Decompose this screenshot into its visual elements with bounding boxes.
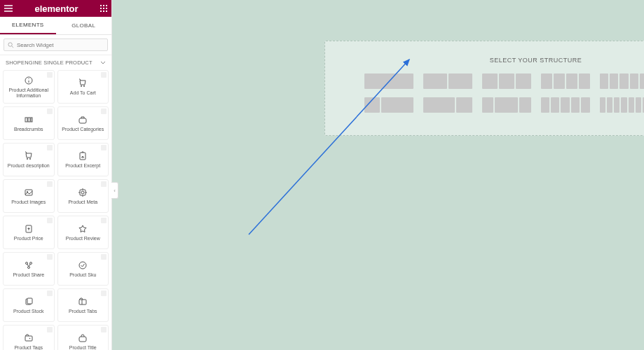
structure-option[interactable]: [364, 74, 413, 89]
svg-rect-15: [28, 118, 30, 122]
svg-line-10: [12, 46, 13, 47]
widget-item[interactable]: Product Tags: [3, 325, 55, 350]
chevron-down-icon: [100, 59, 106, 66]
svg-point-13: [83, 85, 85, 87]
structure-option[interactable]: [600, 74, 645, 89]
structure-option[interactable]: [600, 97, 645, 113]
widget-label: Product Tabs: [67, 309, 99, 314]
widget-label: Product Stock: [12, 309, 46, 314]
svg-rect-30: [27, 298, 32, 304]
svg-rect-4: [103, 8, 104, 9]
widget-item[interactable]: Product Meta: [57, 179, 109, 213]
widget-item[interactable]: Product Images: [3, 179, 55, 213]
svg-rect-1: [103, 5, 104, 6]
widget-list: Product Additional InformationAdd To Car…: [0, 70, 111, 350]
widget-item[interactable]: Add To Cart: [57, 70, 109, 104]
apps-icon[interactable]: [100, 5, 107, 12]
structure-option[interactable]: [541, 74, 590, 89]
svg-rect-31: [79, 300, 86, 304]
widget-label: Product Sku: [68, 272, 97, 278]
svg-rect-3: [100, 8, 102, 9]
search-box[interactable]: [4, 38, 108, 51]
widget-icon: [78, 297, 88, 307]
widget-icon: [78, 260, 88, 270]
widget-item[interactable]: Product Title: [57, 325, 109, 350]
widget-item[interactable]: Breadcrumbs: [3, 106, 55, 140]
widget-item[interactable]: Product Review: [57, 216, 109, 249]
search-input[interactable]: [17, 42, 104, 48]
widget-label: Product description: [6, 163, 51, 169]
structure-options: [325, 74, 644, 113]
widget-icon: [24, 260, 34, 270]
widget-icon: [78, 115, 88, 125]
svg-point-12: [81, 85, 82, 87]
structure-option[interactable]: [482, 97, 531, 113]
widget-label: Product Share: [11, 272, 46, 278]
widget-label: Product Excerpt: [64, 163, 102, 169]
svg-rect-5: [106, 8, 107, 9]
svg-point-27: [27, 266, 29, 268]
svg-point-9: [8, 42, 12, 46]
sidebar-tabs: ELEMENTS GLOBAL: [0, 17, 111, 35]
svg-point-23: [81, 191, 84, 194]
svg-point-17: [27, 158, 28, 160]
widget-item[interactable]: Product Tabs: [57, 288, 109, 322]
structure-option[interactable]: [541, 97, 590, 113]
svg-point-33: [29, 337, 30, 339]
widget-label: Breadcrumbs: [13, 127, 45, 132]
widget-label: Product Images: [10, 200, 47, 205]
widget-label: Product Title: [68, 345, 98, 350]
tab-global[interactable]: GLOBAL: [56, 17, 112, 34]
elementor-sidebar: elementor ELEMENTS GLOBAL SHOPENGINE SIN…: [0, 0, 112, 350]
widget-item[interactable]: Product description: [3, 143, 55, 176]
svg-rect-0: [100, 5, 102, 6]
widget-icon: [24, 224, 34, 234]
menu-icon[interactable]: [4, 5, 13, 12]
structure-title: SELECT YOUR STRUCTURE: [325, 57, 644, 64]
widget-item[interactable]: Product Excerpt: [57, 143, 109, 176]
svg-rect-22: [80, 190, 85, 195]
svg-rect-14: [25, 118, 27, 122]
sidebar-header: elementor: [0, 0, 111, 17]
widget-category-header[interactable]: SHOPENGINE SINGLE PRODUCT: [0, 55, 111, 70]
tab-elements[interactable]: ELEMENTS: [0, 17, 56, 34]
structure-option[interactable]: [364, 97, 413, 113]
editor-canvas[interactable]: ‹ × SELECT YOUR STRUCTURE: [112, 0, 644, 350]
widget-label: Add To Cart: [69, 90, 97, 96]
widget-icon: [78, 151, 88, 161]
widget-icon: [78, 188, 88, 197]
search-wrap: [0, 35, 111, 55]
svg-rect-32: [25, 336, 32, 341]
widget-item[interactable]: Product Stock: [3, 288, 55, 322]
widget-icon: [24, 76, 34, 85]
widget-icon: [24, 151, 34, 161]
widget-item[interactable]: Product Additional Information: [3, 70, 55, 104]
widget-icon: [24, 297, 34, 307]
svg-rect-6: [100, 10, 102, 12]
category-title: SHOPENGINE SINGLE PRODUCT: [6, 59, 93, 66]
svg-point-18: [29, 158, 31, 160]
widget-icon: [24, 188, 34, 197]
svg-point-28: [79, 262, 86, 269]
elementor-logo: elementor: [34, 4, 78, 14]
search-icon: [8, 42, 14, 48]
widget-icon: [78, 333, 88, 343]
sidebar-collapse-handle[interactable]: ‹: [111, 182, 118, 199]
svg-rect-7: [103, 10, 104, 12]
widget-label: Product Price: [13, 236, 45, 241]
widget-icon: [78, 78, 88, 88]
svg-rect-2: [106, 5, 107, 6]
widget-item[interactable]: Product Categories: [57, 106, 109, 140]
widget-item[interactable]: Product Price: [3, 216, 55, 249]
widget-label: Product Categories: [60, 127, 105, 132]
svg-rect-16: [31, 118, 32, 122]
structure-option[interactable]: [423, 97, 472, 113]
svg-rect-8: [106, 10, 107, 12]
widget-label: Product Meta: [67, 200, 99, 205]
widget-label: Product Review: [64, 236, 102, 241]
widget-label: Product Additional Information: [5, 88, 53, 98]
structure-option[interactable]: [482, 74, 531, 89]
structure-option[interactable]: [423, 74, 472, 89]
widget-item[interactable]: Product Share: [3, 252, 55, 286]
widget-item[interactable]: Product Sku: [57, 252, 109, 286]
